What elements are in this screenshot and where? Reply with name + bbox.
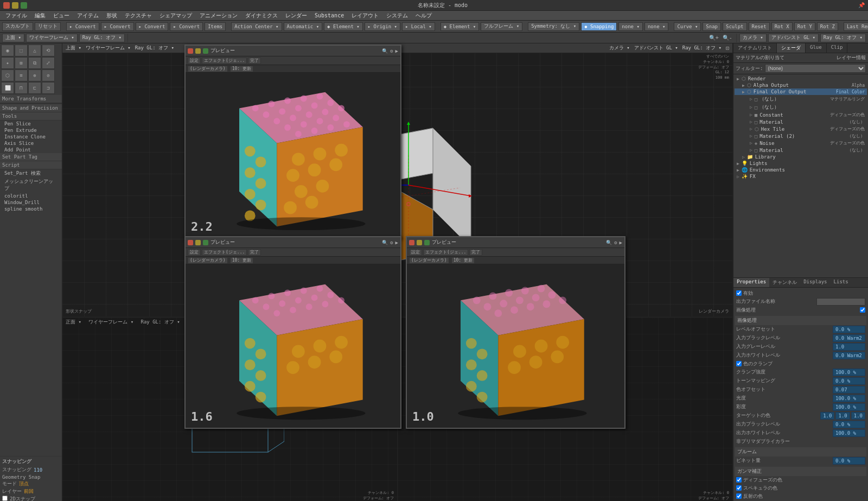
tool-btn-6[interactable]: ⊞ <box>15 57 28 69</box>
tool-btn-11[interactable]: ⊕ <box>28 69 41 81</box>
target-g[interactable]: 1.0 <box>835 412 850 420</box>
tool-btn-9[interactable]: ⬡ <box>1 69 14 81</box>
tab-properties[interactable]: Properties <box>733 278 769 287</box>
script-section[interactable]: Script <box>0 161 62 169</box>
preview-3-effects-btn[interactable]: エフェクト(ジェ... <box>423 249 468 256</box>
camera-button[interactable]: カメラ ▾ <box>739 34 767 42</box>
tool-axis-slice[interactable]: Axis Slice <box>0 140 62 147</box>
origin-button[interactable]: ▸ Origin ▾ <box>365 22 400 31</box>
preview-2-close[interactable] <box>188 240 193 245</box>
tool-btn-10[interactable]: ≡ <box>15 69 28 81</box>
shader-item-material2[interactable]: ▷ □ Material (2) （なし） <box>735 132 867 139</box>
tool-window-drill[interactable]: Window_Drill <box>0 199 62 206</box>
convert3-button[interactable]: ▸ Convert <box>136 22 169 31</box>
blv-raygl[interactable]: Ray GL: オフ ▾ <box>141 319 180 325</box>
menu-render[interactable]: レンダー <box>282 11 310 20</box>
material2-expander[interactable]: ▷ <box>750 134 752 138</box>
gamma-diffuse-checkbox[interactable] <box>736 477 742 483</box>
symmetry-button[interactable]: Symmetry: なし ▾ <box>528 22 579 31</box>
menu-edit[interactable]: 編集 <box>31 11 49 20</box>
lights-expander[interactable]: ▶ <box>737 161 739 166</box>
preview-3-min[interactable] <box>417 240 422 245</box>
menu-system[interactable]: システム <box>383 11 411 20</box>
zoom-icon[interactable]: 🔍+ <box>709 35 719 41</box>
view-top-button[interactable]: 上面 ▾ <box>2 34 24 42</box>
tool-btn-4[interactable]: ⟲ <box>42 45 55 56</box>
filter-select[interactable]: (None) <box>765 64 866 73</box>
noise-expander[interactable]: ▷ <box>750 141 752 145</box>
tab-glue[interactable]: Glue <box>806 43 827 53</box>
preview-2-play-icon[interactable]: ▶ <box>395 240 398 245</box>
menu-substance[interactable]: Substance <box>311 12 347 19</box>
tone-mapping-value[interactable]: 0.0 % <box>833 377 865 385</box>
preview-2-update-btn[interactable]: 10: 更新 <box>230 257 253 264</box>
shader-item-lights[interactable]: ▶ 💡 Lights <box>735 160 867 167</box>
image-processing-checkbox[interactable] <box>860 307 865 313</box>
preview-window-1[interactable]: プレビュー 🔍 ⚙ ▶ 設定 エフェクト(ジェ... 完了 (レンダーカメラ) … <box>184 45 401 239</box>
preview-2-settings-icon[interactable]: ⚙ <box>390 240 393 245</box>
preview-2-settings-btn[interactable]: 設定 <box>188 249 201 256</box>
preview-1-max[interactable] <box>203 48 208 54</box>
clamp-checkbox[interactable] <box>736 361 742 366</box>
menu-view[interactable]: ビュー <box>50 11 73 20</box>
reset2-button[interactable]: Reset <box>749 22 770 31</box>
wireframe-button[interactable]: ワイヤーフレーム ▾ <box>26 34 78 42</box>
preview-2-effects-btn[interactable]: エフェクト(ジェ... <box>202 249 247 256</box>
tool-btn-3[interactable]: △ <box>28 45 41 56</box>
none1-button[interactable]: none ▾ <box>618 22 643 31</box>
tool-btn-1[interactable]: ◉ <box>1 45 14 56</box>
shader-item-material1[interactable]: ▷ □ Material （なし） <box>735 118 867 125</box>
environments-expander[interactable]: ▶ <box>737 168 739 173</box>
preview-3-done-btn[interactable]: 完了 <box>469 249 482 256</box>
tool-spline-smooth[interactable]: spline smooth <box>0 206 62 212</box>
close-button[interactable] <box>3 2 10 9</box>
gamma-reflection-checkbox[interactable] <box>736 493 742 499</box>
tool-btn-12[interactable]: ⊘ <box>42 69 55 81</box>
viewport-camera-label[interactable]: カメラ ▾ <box>609 45 630 52</box>
minimize-button[interactable] <box>12 2 18 9</box>
preview-3-settings-btn[interactable]: 設定 <box>409 249 422 256</box>
none2-button[interactable]: none ▾ <box>644 22 669 31</box>
viewport-raygl2[interactable]: Ray GL: オフ ▾ <box>682 45 722 52</box>
tool-instance-clone[interactable]: Instance Clone <box>0 134 62 140</box>
preview-3-update-btn[interactable]: 10: 更新 <box>451 257 475 264</box>
tools-section[interactable]: Tools <box>0 112 62 121</box>
preview-1-effects-btn[interactable]: エフェクト(ジェ... <box>202 58 247 64</box>
preview-1-update-btn[interactable]: 10: 更新 <box>230 66 253 72</box>
preview-2-max[interactable] <box>203 240 208 245</box>
tool-btn-2[interactable]: ⬚ <box>15 45 28 56</box>
input-white-value[interactable]: 0.0 Warm2 <box>833 352 865 359</box>
zoom-out-icon[interactable]: 🔍- <box>723 35 732 41</box>
rotz-button[interactable]: Rot Z <box>817 22 838 31</box>
shape-precision-section[interactable]: Shape and Precision <box>0 104 62 112</box>
preview-1-settings-btn[interactable]: 設定 <box>188 58 201 64</box>
convert2-button[interactable]: ▸ Convert <box>101 22 134 31</box>
reset-button[interactable]: リセット <box>35 22 61 31</box>
pin-icon[interactable]: 📌 <box>858 2 865 8</box>
snapping-button[interactable]: ◆ Snapping <box>581 22 617 31</box>
input-gray-value[interactable]: 1.0 <box>833 343 865 351</box>
set-part-tag-section[interactable]: Set Part Tag <box>0 153 62 161</box>
none2-expander[interactable]: ▷ <box>750 105 752 110</box>
viewport-raygl-label[interactable]: Ray GL: オフ ▾ <box>135 45 174 52</box>
saturation-value[interactable]: 100.0 % <box>833 403 865 411</box>
tab-channels[interactable]: チャンネル <box>769 278 800 287</box>
target-r[interactable]: 1.0 <box>820 412 834 420</box>
menu-sharemap[interactable]: シェアマップ <box>156 11 195 20</box>
tab-lists[interactable]: Lists <box>831 278 852 287</box>
preview-2-camera-btn[interactable]: (レンダーカメラ) <box>188 257 228 264</box>
items-button[interactable]: Items <box>205 22 226 31</box>
shader-item-none1[interactable]: ▷ □ （なし） マテリアルリング <box>735 95 867 103</box>
tool-pen-slice[interactable]: Pen Slice <box>0 121 62 127</box>
preview-3-play-icon[interactable]: ▶ <box>620 240 622 245</box>
preview-3-close[interactable] <box>409 240 414 245</box>
library-expander[interactable]: ▷ <box>742 155 745 160</box>
shader-item-material3[interactable]: ▷ □ Material （なし） <box>735 147 867 154</box>
sculpt2-button[interactable]: Sculpt <box>723 22 747 31</box>
tab-clip[interactable]: Clip <box>827 43 848 53</box>
snap-button[interactable]: Snap <box>703 22 721 31</box>
tool-btn-7[interactable]: ⧉ <box>28 57 41 69</box>
constant-expander[interactable]: ▷ <box>750 112 752 117</box>
shader-item-hextile[interactable]: ▷ ⬡ Hex Tile ディフューズの色 <box>735 125 867 132</box>
shader-item-render[interactable]: ▶ ⬡ Render <box>735 75 867 82</box>
